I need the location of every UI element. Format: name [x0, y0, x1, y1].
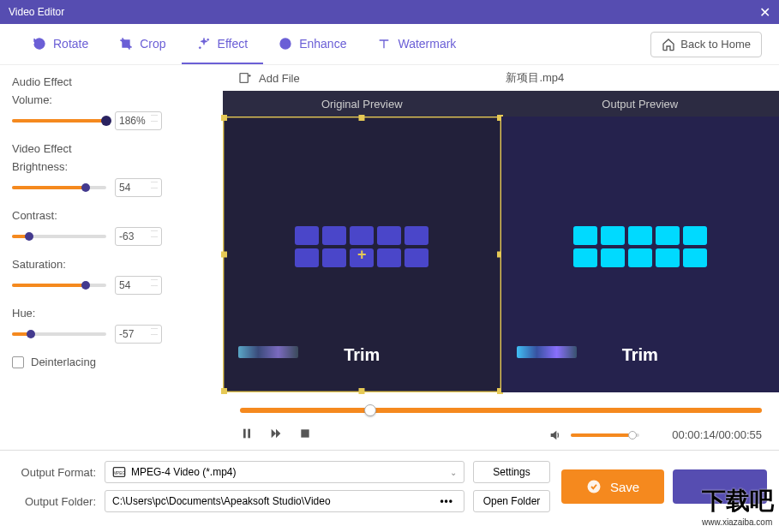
svg-point-2: [280, 39, 291, 49]
crosshair-icon: +: [357, 246, 367, 264]
next-frame-button[interactable]: [269, 427, 283, 443]
svg-rect-7: [248, 429, 250, 439]
crop-frame[interactable]: +: [223, 117, 501, 392]
tab-label: Watermark: [398, 37, 456, 51]
rotate-icon: [33, 37, 46, 51]
output-folder-input[interactable]: C:\Users\pc\Documents\Apeaksoft Studio\V…: [105, 490, 464, 512]
footer: Output Format: MPEG MPEG-4 Video (*.mp4)…: [0, 450, 779, 523]
settings-button[interactable]: Settings: [473, 461, 550, 483]
brightness-slider[interactable]: [12, 186, 106, 189]
svg-point-4: [286, 41, 287, 42]
home-icon: [662, 38, 675, 51]
volume-slider[interactable]: [12, 119, 106, 123]
chevron-down-icon: ⌄: [450, 468, 457, 477]
brightness-label: Brightness:: [12, 160, 211, 173]
svg-text:MPEG: MPEG: [113, 471, 125, 475]
add-file-icon: [238, 71, 252, 85]
timeline-slider[interactable]: [240, 408, 762, 413]
tab-label: Effect: [218, 37, 249, 51]
audio-section-label: Audio Effect: [12, 75, 211, 88]
text-icon: [377, 37, 391, 51]
output-format-label: Output Format:: [12, 466, 96, 479]
crop-icon: [119, 37, 133, 51]
svg-rect-5: [240, 74, 248, 83]
output-format-value: MPEG-4 Video (*.mp4): [131, 466, 237, 478]
tab-enhance[interactable]: Enhance: [263, 24, 362, 64]
saturation-label: Saturation:: [12, 258, 211, 271]
tab-label: Enhance: [299, 37, 346, 51]
output-folder-label: Output Folder:: [12, 495, 96, 508]
preview-text: Trim: [622, 345, 658, 365]
hue-slider[interactable]: [12, 332, 106, 336]
contrast-label: Contrast:: [12, 209, 211, 222]
titlebar: Video Editor ✕: [0, 0, 779, 24]
palette-icon: [279, 37, 292, 51]
pause-icon: [240, 427, 254, 440]
check-circle-icon: [586, 479, 602, 494]
svg-rect-8: [301, 429, 309, 437]
svg-rect-6: [243, 429, 246, 439]
add-file-button[interactable]: Add File: [259, 72, 300, 85]
tab-effect[interactable]: Effect: [182, 24, 264, 64]
speaker-icon[interactable]: [548, 428, 562, 442]
original-preview-header: Original Preview: [223, 91, 501, 117]
pause-button[interactable]: [240, 427, 254, 443]
toolbar: Rotate Crop Effect Enhance Watermark Bac…: [0, 24, 779, 65]
mpeg-icon: MPEG: [112, 465, 126, 479]
timecode: 00:00:14/00:00:55: [672, 428, 762, 441]
hue-label: Hue:: [12, 307, 211, 320]
output-folder-value: C:\Users\pc\Documents\Apeaksoft Studio\V…: [112, 495, 331, 507]
volume-value[interactable]: 186%: [115, 111, 162, 130]
tab-label: Crop: [140, 37, 165, 51]
stop-icon: [298, 427, 312, 440]
original-preview[interactable]: Trim +: [223, 117, 501, 392]
current-filename: 新项目.mp4: [506, 70, 564, 86]
svg-point-0: [207, 39, 208, 40]
close-icon[interactable]: ✕: [759, 4, 770, 21]
hue-value[interactable]: -57: [115, 325, 162, 344]
tab-rotate[interactable]: Rotate: [17, 24, 104, 64]
brightness-value[interactable]: 54: [115, 178, 162, 197]
preview-area: Add File 新项目.mp4 Original Preview Output…: [223, 65, 779, 450]
tab-watermark[interactable]: Watermark: [362, 24, 471, 64]
save-button[interactable]: Save: [561, 469, 664, 504]
deinterlacing-label: Deinterlacing: [31, 356, 96, 368]
output-format-select[interactable]: MPEG MPEG-4 Video (*.mp4) ⌄: [105, 461, 464, 483]
secondary-button[interactable]: [673, 469, 767, 504]
browse-icon[interactable]: •••: [436, 495, 457, 507]
window-title: Video Editor: [9, 6, 64, 18]
svg-point-1: [199, 46, 201, 48]
fast-forward-icon: [269, 427, 283, 440]
video-section-label: Video Effect: [12, 142, 211, 155]
svg-point-3: [283, 41, 284, 42]
back-home-button[interactable]: Back to Home: [650, 32, 762, 57]
volume-label: Volume:: [12, 93, 211, 106]
save-label: Save: [610, 480, 639, 494]
open-folder-button[interactable]: Open Folder: [473, 490, 550, 512]
deinterlacing-checkbox[interactable]: [12, 356, 24, 368]
playback-volume-slider[interactable]: [571, 433, 639, 437]
tab-label: Rotate: [53, 37, 88, 51]
back-home-label: Back to Home: [680, 38, 751, 51]
main: Audio Effect Volume: 186% Video Effect B…: [0, 65, 779, 450]
saturation-value[interactable]: 54: [115, 276, 162, 295]
effects-panel: Audio Effect Volume: 186% Video Effect B…: [0, 65, 223, 450]
stop-button[interactable]: [298, 427, 312, 443]
saturation-slider[interactable]: [12, 284, 106, 287]
tab-crop[interactable]: Crop: [104, 24, 181, 64]
sparkle-icon: [197, 37, 211, 51]
contrast-slider[interactable]: [12, 235, 106, 238]
contrast-value[interactable]: -63: [115, 227, 162, 246]
output-preview-header: Output Preview: [501, 91, 780, 117]
output-preview: Trim: [501, 117, 780, 392]
